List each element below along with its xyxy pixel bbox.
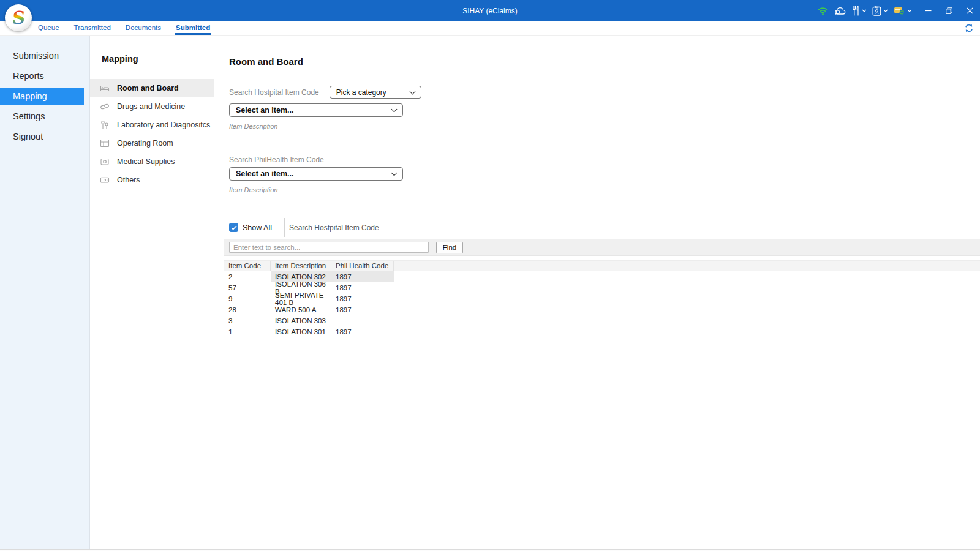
- divider: [102, 73, 213, 73]
- sidebar-item-reports[interactable]: Reports: [0, 66, 89, 86]
- mapping-item-label: Drugs and Medicine: [117, 102, 185, 111]
- operating-room-icon: [100, 138, 110, 148]
- sidebar-item-signout[interactable]: Signout: [0, 126, 89, 146]
- hospital-item-description-label: Item Description: [229, 122, 980, 130]
- table-row[interactable]: 1 ISOLATION 301 1897: [224, 326, 980, 337]
- cloud-search-icon[interactable]: [834, 6, 846, 16]
- mapping-panel: Mapping Room and Board Drugs and Medicin…: [90, 36, 224, 549]
- sidebar-item-mapping[interactable]: Mapping: [0, 88, 84, 105]
- cell-item-description: WARD 500 A: [271, 304, 331, 315]
- category-dropdown-value: Pick a category: [336, 88, 386, 97]
- sidebar-item-submission[interactable]: Submission: [0, 45, 89, 66]
- items-table: Item Code Item Description Phil Health C…: [224, 260, 980, 337]
- tab-documents[interactable]: Documents: [124, 21, 162, 35]
- cell-phil-health-code: 1897: [331, 293, 394, 304]
- mapping-item-label: Room and Board: [117, 84, 179, 92]
- show-all-checkbox[interactable]: [229, 223, 238, 232]
- others-icon: [100, 175, 110, 185]
- cell-phil-health-code: 1897: [331, 282, 394, 293]
- column-header-item-code[interactable]: Item Code: [224, 261, 271, 271]
- lab-icon: [100, 120, 110, 130]
- cell-item-code: 9: [224, 293, 271, 304]
- tab-submitted[interactable]: Submitted: [175, 21, 211, 35]
- tab-queue[interactable]: Queue: [37, 21, 61, 35]
- mapping-item-operating-room[interactable]: Operating Room: [90, 134, 214, 152]
- cell-item-description: SEMI-PRIVATE 401 B: [271, 293, 331, 304]
- search-hospital-item-code-tab[interactable]: Search Hostpital Item Code: [284, 218, 445, 237]
- cell-item-code: 3: [224, 315, 271, 326]
- cell-phil-health-code: [331, 315, 394, 326]
- content-area: Room and Board Search Hostpital Item Cod…: [224, 36, 980, 549]
- minimize-button[interactable]: [918, 0, 938, 21]
- id-badge-icon[interactable]: [872, 6, 888, 16]
- mapping-item-label: Others: [117, 176, 140, 184]
- philhealth-item-description-label: Item Description: [229, 186, 980, 193]
- cell-item-code: 1: [224, 326, 271, 337]
- cell-item-description: ISOLATION 303: [271, 315, 331, 326]
- sidebar: Submission Reports Mapping Settings Sign…: [0, 36, 90, 549]
- mapping-item-medical-supplies[interactable]: Medical Supplies: [90, 152, 214, 171]
- mapping-item-others[interactable]: Others: [90, 171, 214, 189]
- mapping-item-laboratory-and-diagnositcs[interactable]: Laboratory and Diagnositcs: [90, 116, 214, 134]
- hospital-item-code-label: Search Hostpital Item Code: [229, 88, 319, 97]
- titlebar: SIHAY (eClaims) S: [0, 0, 980, 21]
- cell-phil-health-code: 1897: [331, 326, 394, 337]
- cell-item-code: 28: [224, 304, 271, 315]
- philhealth-item-dropdown-value: Select an item...: [236, 170, 293, 178]
- hospital-item-dropdown-value: Select an item...: [236, 106, 293, 114]
- bed-icon: [100, 83, 110, 93]
- column-header-phil-health-code[interactable]: Phil Health Code: [331, 261, 394, 271]
- logo-letter: S: [11, 9, 25, 27]
- table-row[interactable]: 2 ISOLATION 302 1897: [224, 271, 980, 282]
- cell-item-code: 2: [224, 271, 271, 282]
- cell-item-code: 57: [224, 282, 271, 293]
- tab-transmitted[interactable]: Transmitted: [73, 21, 112, 35]
- chevron-down-icon: [391, 107, 398, 113]
- show-all-label: Show All: [243, 223, 272, 232]
- cell-phil-health-code: 1897: [331, 271, 394, 282]
- cell-phil-health-code: 1897: [331, 304, 394, 315]
- philhealth-item-code-label: Search PhilHealth Item Code: [229, 156, 980, 164]
- table-row[interactable]: 3 ISOLATION 303: [224, 315, 980, 326]
- mapping-item-label: Operating Room: [117, 139, 173, 148]
- category-dropdown[interactable]: Pick a category: [330, 86, 421, 99]
- cell-item-description: ISOLATION 301: [271, 326, 331, 337]
- chevron-down-icon: [391, 170, 398, 176]
- refresh-sync-icon[interactable]: [964, 23, 974, 36]
- mapping-item-room-and-board[interactable]: Room and Board: [90, 79, 214, 97]
- philhealth-item-dropdown[interactable]: Select an item...: [229, 167, 403, 181]
- search-panel: Find: [224, 239, 980, 256]
- table-header-row: Item Code Item Description Phil Health C…: [224, 260, 980, 271]
- sync-card-icon[interactable]: [894, 6, 912, 15]
- find-button[interactable]: Find: [436, 242, 463, 253]
- mapping-item-drugs-and-medicine[interactable]: Drugs and Medicine: [90, 97, 214, 116]
- chevron-down-icon: [409, 88, 415, 94]
- column-header-filler: [394, 261, 980, 271]
- search-input[interactable]: [229, 242, 429, 253]
- mapping-item-label: Medical Supplies: [117, 157, 175, 166]
- supplies-icon: [100, 157, 110, 167]
- page-title: Room and Board: [229, 56, 980, 67]
- hospital-item-dropdown[interactable]: Select an item...: [229, 103, 403, 117]
- column-header-item-description[interactable]: Item Description: [271, 261, 331, 271]
- mapping-item-label: Laboratory and Diagnositcs: [117, 121, 210, 129]
- mapping-panel-title: Mapping: [102, 54, 224, 64]
- chevron-down-icon: [883, 9, 888, 12]
- restore-button[interactable]: [938, 0, 959, 21]
- pill-icon: [100, 102, 110, 111]
- tab-bar: Queue Transmitted Documents Submitted: [0, 21, 980, 36]
- chevron-down-icon: [907, 9, 912, 12]
- checkmark-icon: [231, 225, 237, 230]
- table-row[interactable]: 28 WARD 500 A 1897: [224, 304, 980, 315]
- app-logo: S: [5, 4, 32, 31]
- tools-icon[interactable]: [852, 6, 867, 16]
- table-row[interactable]: 9 SEMI-PRIVATE 401 B 1897: [224, 293, 980, 304]
- table-row[interactable]: 57 ISOLATION 306 B 1897: [224, 282, 980, 293]
- sidebar-item-settings[interactable]: Settings: [0, 106, 89, 126]
- chevron-down-icon: [862, 9, 867, 12]
- close-button[interactable]: [959, 0, 980, 21]
- wifi-icon[interactable]: [818, 7, 828, 15]
